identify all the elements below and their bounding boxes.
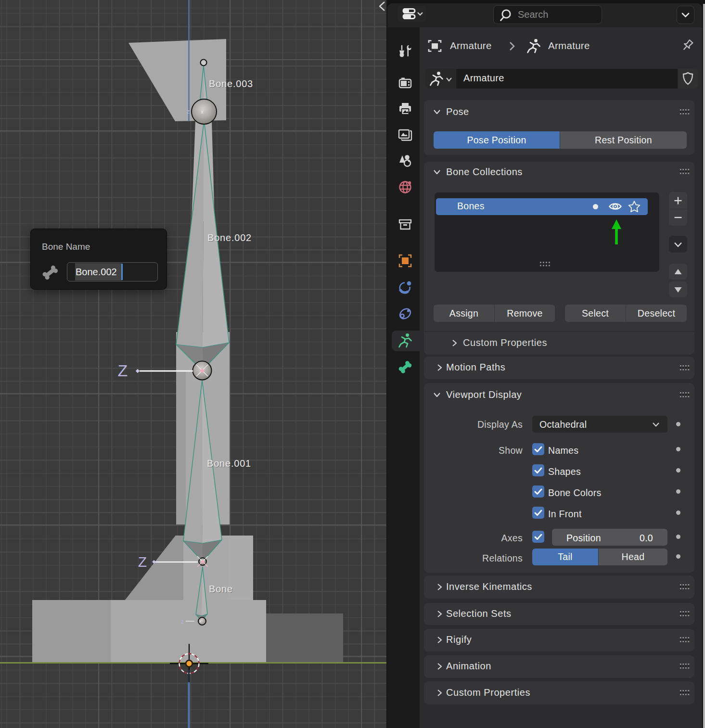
svg-text:Bone.002: Bone.002 [207, 232, 252, 243]
svg-text:Bone.001: Bone.001 [207, 458, 251, 469]
svg-text:x: x [201, 109, 204, 115]
svg-text:z: z [181, 618, 184, 625]
svg-text:Z: Z [138, 554, 147, 570]
svg-text:Bone.003: Bone.003 [209, 78, 253, 89]
svg-text:Z: Z [118, 361, 128, 380]
svg-text:x: x [199, 619, 202, 624]
svg-text:z: z [187, 108, 190, 115]
svg-text:Bone: Bone [209, 584, 233, 594]
